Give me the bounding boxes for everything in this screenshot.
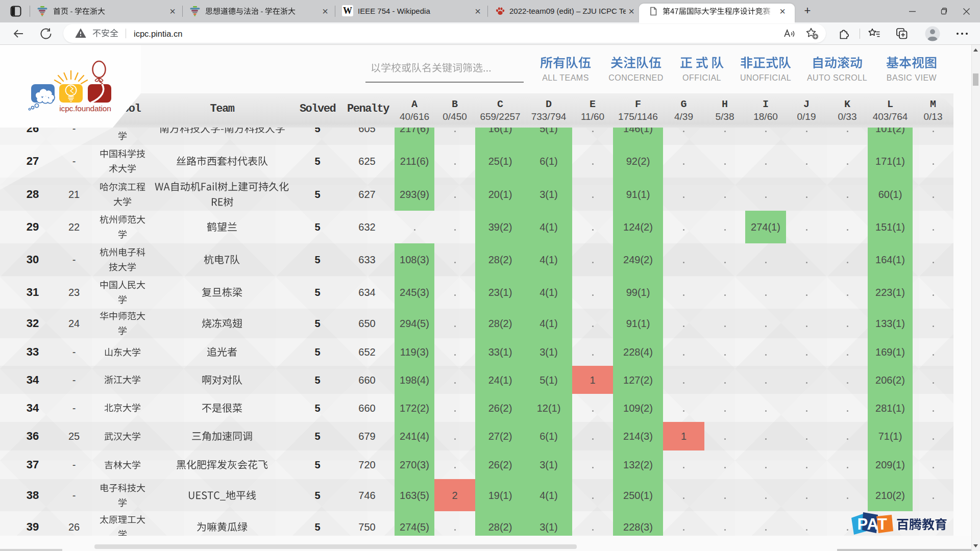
svg-text:icpc.foundation: icpc.foundation [59, 104, 111, 113]
svg-text:PAT: PAT [857, 515, 888, 533]
